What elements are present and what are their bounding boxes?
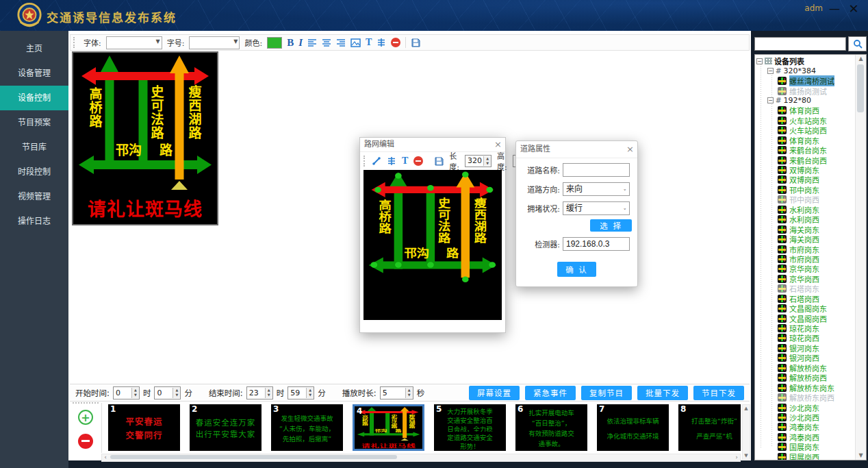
tree-device[interactable]: 石塔岗东 xyxy=(756,284,855,293)
roadnet-edit-canvas[interactable]: 高桥路 史可法路 瘦西湖路 邗沟 路 请礼让斑马线 xyxy=(363,170,502,320)
draw-line-button[interactable] xyxy=(372,155,381,167)
tree-device[interactable]: 沙北岗西 xyxy=(756,412,855,422)
minimize-button[interactable]: — xyxy=(827,1,842,16)
close-icon[interactable]: × xyxy=(494,138,502,151)
congestion-select[interactable]: 缓行˅ xyxy=(563,201,630,215)
save-button[interactable] xyxy=(434,155,444,167)
expand-toggle-icon[interactable]: − xyxy=(767,68,774,74)
tree-device[interactable]: 石塔岗西 xyxy=(756,294,855,304)
end-minute-spinner[interactable]: 59▲▼ xyxy=(288,386,314,399)
road-direction-select[interactable]: 来向˅ xyxy=(563,182,630,196)
tree-device[interactable]: 邗中岗东 xyxy=(756,185,855,195)
scroll-up-icon[interactable]: ▲ xyxy=(856,55,866,63)
tree-device[interactable]: 文昌阁岗西 xyxy=(756,313,855,323)
end-hour-spinner[interactable]: 23▲▼ xyxy=(246,386,273,399)
playlist-item[interactable]: 7依法治理非标车辆净化城市交通环境 xyxy=(597,404,669,451)
toolbar-grip[interactable] xyxy=(73,37,77,48)
sidebar-item-operation-log[interactable]: 操作日志 xyxy=(0,209,68,234)
expand-toggle-icon[interactable]: − xyxy=(756,58,763,64)
insert-text-button[interactable]: T xyxy=(366,36,372,49)
add-program-button[interactable]: + xyxy=(78,410,93,425)
size-select[interactable]: ▼ xyxy=(189,36,240,49)
tree-device[interactable]: 解放桥东岗西 xyxy=(756,393,855,402)
sidebar-item-device-management[interactable]: 设备管理 xyxy=(0,61,68,86)
tree-device[interactable]: 市府岗东 xyxy=(756,244,855,254)
spin-up-icon[interactable]: ▲ xyxy=(266,388,272,393)
sidebar-item-home[interactable]: 主页 xyxy=(0,36,68,61)
tree-device[interactable]: 国展岗西 xyxy=(756,452,855,461)
playlist-hscrollbar[interactable]: ‹ › xyxy=(101,454,741,462)
tree-device[interactable]: 市府岗西 xyxy=(756,254,855,264)
align-center-button[interactable] xyxy=(322,36,331,49)
tree-device[interactable]: 螺丝湾桥测试 xyxy=(756,76,855,86)
font-select[interactable]: ▼ xyxy=(106,36,162,49)
tree-device[interactable]: 京华岗西 xyxy=(756,274,855,284)
logged-in-user[interactable]: adm xyxy=(804,3,823,13)
spin-down-icon[interactable]: ▼ xyxy=(173,393,180,398)
length-spinner[interactable]: 320▲▼ xyxy=(465,155,492,167)
tree-device[interactable]: 水利岗东 xyxy=(756,205,855,214)
sidebar-item-device-control[interactable]: 设备控制 xyxy=(0,86,68,110)
playlist-item[interactable]: 8打击整治“炸街”严查严惩“机 xyxy=(678,404,741,451)
delete-button[interactable] xyxy=(391,36,400,49)
tree-device[interactable]: 体育岗东 xyxy=(756,136,855,145)
detector-input[interactable] xyxy=(563,237,630,251)
sign-preview-panel[interactable]: 高桥路 史可法路 瘦西湖路 邗沟 路 请礼让斑马线 xyxy=(72,51,218,225)
screen-settings-button[interactable]: 屏幕设置 xyxy=(469,386,520,400)
scroll-up-icon[interactable]: ▲ xyxy=(743,405,750,412)
expand-toggle-icon[interactable]: − xyxy=(767,97,774,103)
scroll-left-icon[interactable]: ‹ xyxy=(102,454,109,461)
tree-device[interactable]: 火车站岗西 xyxy=(756,125,855,135)
hscroll-thumb[interactable] xyxy=(110,455,397,459)
tree-device[interactable]: 沙北岗东 xyxy=(756,402,855,412)
color-swatch[interactable] xyxy=(267,37,282,49)
tree-device[interactable]: 水利岗西 xyxy=(756,214,855,224)
insert-image-button[interactable] xyxy=(350,36,361,49)
traffic-sign[interactable]: 高桥路 史可法路 瘦西湖路 邗沟 路 请礼让斑马线 xyxy=(355,406,422,449)
spin-up-icon[interactable]: ▲ xyxy=(173,388,180,393)
tree-device[interactable]: 文昌阁岗东 xyxy=(756,304,855,313)
roadnet-dialog-titlebar[interactable]: 路网编辑 × xyxy=(360,138,505,152)
tree-device[interactable]: 解放桥岗东 xyxy=(756,363,855,373)
select-detector-button[interactable]: 选 择 xyxy=(590,219,632,232)
insert-text-button[interactable]: T xyxy=(402,155,408,167)
tree-device[interactable]: 海关岗西 xyxy=(756,234,855,244)
road-name-input[interactable] xyxy=(563,163,630,177)
device-search-input[interactable] xyxy=(754,37,846,51)
props-dialog-titlebar[interactable]: 道路属性 × xyxy=(516,141,637,158)
tree-device[interactable]: 双博岗西 xyxy=(756,175,855,184)
playlist-vscrollbar[interactable]: ▲ ▼ xyxy=(742,404,750,460)
sidebar-item-time-control[interactable]: 时段控制 xyxy=(0,160,68,184)
tree-device[interactable]: 银河岗东 xyxy=(756,343,855,353)
spin-up-icon[interactable]: ▲ xyxy=(132,388,139,393)
align-left-button[interactable] xyxy=(307,36,317,49)
start-minute-spinner[interactable]: 0▲▼ xyxy=(154,386,181,399)
tree-device[interactable]: 琼花岗西 xyxy=(756,333,855,343)
traffic-sign[interactable]: 高桥路 史可法路 瘦西湖路 邗沟 路 请礼让斑马线 xyxy=(363,170,502,316)
scroll-down-icon[interactable]: ▼ xyxy=(743,452,750,459)
playlist-item[interactable]: 5大力开展秋冬季交通安全整治百日会战，全力稳定道路交通安全形势！ xyxy=(434,404,506,451)
tree-device[interactable]: 银河岗西 xyxy=(756,353,855,362)
spin-down-icon[interactable]: ▼ xyxy=(266,393,272,398)
spin-down-icon[interactable]: ▼ xyxy=(406,393,413,398)
spin-up-icon[interactable]: ▲ xyxy=(406,388,413,393)
traffic-sign[interactable]: 高桥路 史可法路 瘦西湖路 邗沟 路 请礼让斑马线 xyxy=(73,53,217,224)
tree-group[interactable]: −#192*80 xyxy=(756,96,855,106)
emergency-event-button[interactable]: 紧急事件 xyxy=(525,386,576,400)
confirm-button[interactable]: 确 认 xyxy=(557,262,596,277)
playlist-item[interactable]: 1平安春运交警同行 xyxy=(108,404,180,451)
tree-device[interactable]: 国展岗东 xyxy=(756,442,855,452)
scroll-down-icon[interactable]: ▼ xyxy=(856,452,866,460)
tree-device[interactable]: 解放桥东岗东 xyxy=(756,382,855,392)
spin-up-icon[interactable]: ▲ xyxy=(484,156,491,161)
scroll-right-icon[interactable]: › xyxy=(733,454,740,461)
tree-group[interactable]: −#320*384 xyxy=(756,66,855,75)
duration-spinner[interactable]: 5▲▼ xyxy=(380,386,413,399)
tree-device[interactable]: 解放桥岗西 xyxy=(756,373,855,382)
bold-button[interactable]: B xyxy=(287,36,294,49)
vscroll-thumb[interactable] xyxy=(857,64,864,112)
tree-device[interactable]: 鸿泰岗东 xyxy=(756,422,855,432)
playlist-item[interactable]: 6扎实开展电动车“百日整治”，有效预防道路交通事故。 xyxy=(515,404,587,451)
playlist-item[interactable]: 4 高桥路 史可法路 瘦西湖路 xyxy=(353,404,424,451)
tree-device[interactable]: 双博岗东 xyxy=(756,165,855,175)
